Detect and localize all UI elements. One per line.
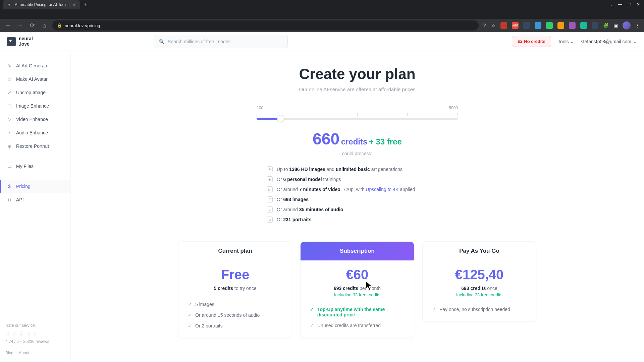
user-email-text: stefanstp08@gmail.com (581, 39, 631, 44)
sidebar-item-audio-enhance[interactable]: ♪Audio Enhance (0, 126, 70, 139)
star-icon[interactable]: ☆ (12, 330, 17, 337)
plan-subscription[interactable]: Subscription €60 693 credits per month I… (300, 241, 414, 338)
no-credits-badge[interactable]: 🎟 No credits (512, 36, 551, 47)
toolbar-icons: ⇪ ☆ ABP 🧩 ▣ ⋮ (483, 21, 640, 29)
plan-feature: ✓Or 2 portraits (188, 320, 282, 331)
check-icon: ✓ (310, 307, 314, 312)
address-bar[interactable]: 🔒 neural.love/pricing (52, 20, 479, 31)
sidebar-item-uncrop[interactable]: ⤢Uncrop Image (0, 86, 70, 99)
expand-icon: ⤢ (7, 90, 12, 95)
forward-button[interactable]: → (16, 22, 24, 29)
footer-links: Blog About (5, 351, 66, 355)
upscaling-link[interactable]: Upscaling to 4K (366, 187, 398, 192)
sidebar-item-my-files[interactable]: ▭My Files (0, 160, 70, 173)
page-subtitle: Our online AI-service are offered at aff… (84, 86, 631, 92)
search-icon: 🔍 (159, 39, 164, 44)
plan-feature: ✓Pay once, no subscription needed (432, 304, 527, 315)
tab-title: Affordable Pricing for AI Tools | (15, 2, 69, 7)
tools-dropdown[interactable]: Tools ⌄ (558, 39, 574, 44)
plan-header: Subscription (301, 242, 414, 260)
check-icon: ✓ (188, 323, 192, 328)
sidebar-item-label: Uncrop Image (16, 90, 46, 95)
minimize-icon[interactable]: — (618, 2, 622, 7)
extension-icon[interactable] (557, 22, 564, 29)
slider-thumb[interactable] (277, 115, 284, 122)
extension-icon[interactable] (523, 22, 530, 29)
new-tab-button[interactable]: + (80, 0, 90, 9)
slider-max: 5000 (449, 106, 458, 110)
extension-icon[interactable] (500, 22, 507, 29)
sidebar: ✎AI Art Generator ☺Make AI Avatar ⤢Uncro… (0, 32, 70, 362)
sidebar-item-restore-portrait[interactable]: ◉Restore Portrait (0, 139, 70, 153)
maximize-icon[interactable]: ▢ (628, 2, 631, 7)
menu-icon[interactable]: ⋮ (635, 23, 640, 28)
plan-free[interactable]: Current plan Free 5 credits to try once … (178, 241, 292, 338)
sidebar-item-image-enhance[interactable]: ▢Image Enhance (0, 99, 70, 113)
close-window-icon[interactable]: ✕ (637, 2, 640, 7)
code-icon: ⟨⟩ (7, 197, 12, 202)
plan-payg[interactable]: Pay As You Go €125,40 693 credits once I… (422, 241, 536, 322)
chevron-down-icon: ⌄ (633, 39, 637, 44)
chevron-down-icon: ⌄ (570, 39, 574, 44)
star-icon[interactable]: ☆ (25, 330, 31, 337)
plan-feature: ✓Or around 15 seconds of audio (188, 310, 282, 320)
back-button[interactable]: ← (4, 22, 12, 29)
side-panel-icon[interactable]: ▣ (613, 23, 618, 28)
image-icon: ▢ (7, 103, 12, 109)
logo[interactable]: neural.love (7, 36, 33, 47)
extension-icon[interactable] (580, 22, 587, 29)
dollar-icon: $ (7, 184, 12, 189)
star-icon[interactable]: ☆ (32, 330, 38, 337)
play-icon: ▷ (7, 117, 12, 122)
star-icon[interactable]: ☆ (5, 330, 11, 337)
sidebar-item-pricing[interactable]: $Pricing (0, 180, 70, 193)
sidebar-item-ai-art[interactable]: ✎AI Art Generator (0, 59, 70, 72)
process-item: ☺Or 231 portraits (267, 215, 448, 225)
chevron-down-icon[interactable]: ⌄ (609, 2, 613, 7)
extension-icon[interactable] (569, 22, 576, 29)
window-controls: ⌄ — ▢ ✕ (605, 0, 644, 9)
blog-link[interactable]: Blog (5, 351, 13, 355)
check-icon: ✓ (188, 312, 192, 318)
logo-icon (7, 37, 16, 46)
extension-icon[interactable] (546, 22, 553, 29)
extensions-icon[interactable]: 🧩 (603, 23, 609, 28)
sidebar-item-video-enhance[interactable]: ▷Video Enhance (0, 113, 70, 126)
extension-icon[interactable] (535, 22, 541, 29)
star-icon[interactable]: ☆ (19, 330, 24, 337)
plan-feature: ✓Top-Up anytime with the same discounted… (310, 304, 405, 320)
sidebar-item-api[interactable]: ⟨⟩API (0, 193, 70, 206)
process-item: ▷Or around 7 minutes of video, 720p, wit… (267, 184, 448, 194)
home-button[interactable]: ⌂ (40, 22, 48, 29)
slider-track[interactable] (257, 118, 458, 120)
rating-stars[interactable]: ☆ ☆ ☆ ☆ ☆ (5, 330, 66, 337)
reload-button[interactable]: ⟳ (28, 22, 36, 29)
sidebar-item-label: Make AI Avatar (16, 76, 48, 82)
process-item: ✎Up to 1386 HD images and unlimited basi… (267, 164, 448, 174)
plan-header: Pay As You Go (423, 242, 536, 260)
sidebar-item-avatar[interactable]: ☺Make AI Avatar (0, 72, 70, 86)
check-icon: ✓ (188, 302, 192, 307)
extension-icon[interactable] (592, 22, 598, 29)
bookmark-icon[interactable]: ☆ (491, 23, 496, 28)
process-list: ✎Up to 1386 HD images and unlimited basi… (267, 164, 448, 225)
profile-avatar[interactable] (623, 21, 631, 29)
tools-label: Tools (558, 39, 569, 44)
tab-close-icon[interactable]: ✕ (72, 2, 76, 7)
header-right: 🎟 No credits Tools ⌄ stefanstp08@gmail.c… (512, 36, 637, 47)
sidebar-item-label: API (16, 197, 24, 202)
audio-icon: ♪ (7, 130, 12, 135)
sidebar-item-label: Image Enhance (16, 103, 49, 109)
credits-slider[interactable]: 100 5000 (257, 106, 458, 120)
main-content: Create your plan Our online AI-service a… (70, 32, 644, 362)
share-icon[interactable]: ⇪ (483, 23, 487, 28)
browser-tab[interactable]: ♥ Affordable Pricing for AI Tools | ✕ (3, 0, 80, 9)
extension-icon[interactable]: ABP (512, 22, 519, 29)
credits-icon: 🎟 (518, 39, 522, 44)
user-menu[interactable]: stefanstp08@gmail.com ⌄ (581, 39, 637, 44)
logo-text-2: .love (19, 41, 30, 47)
search-input[interactable]: 🔍 Search millions of free images (154, 35, 288, 48)
process-item: ▢Or 693 images (267, 194, 448, 204)
browser-toolbar: ← → ⟳ ⌂ 🔒 neural.love/pricing ⇪ ☆ ABP 🧩 … (0, 19, 644, 32)
about-link[interactable]: About (19, 351, 29, 355)
